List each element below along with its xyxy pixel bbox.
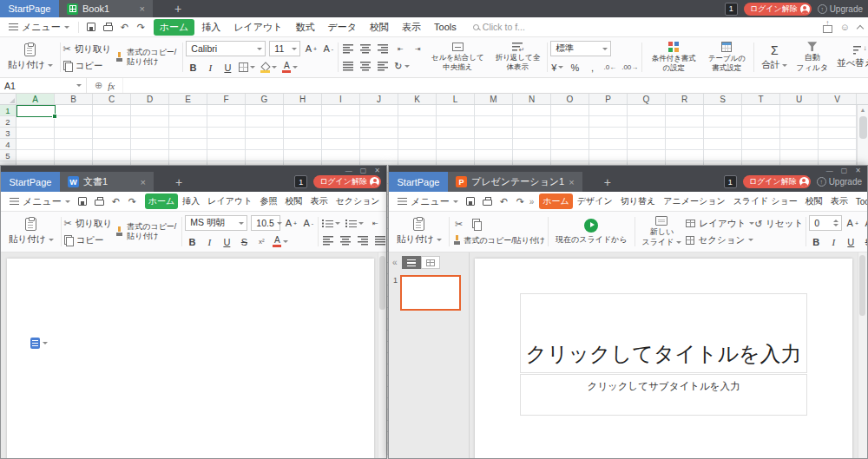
column-header-I[interactable]: I xyxy=(322,94,360,104)
fill-color-button[interactable] xyxy=(260,61,278,74)
decrease-font-button[interactable]: A- xyxy=(321,43,335,56)
ribbon-tab-挿入[interactable]: 挿入 xyxy=(179,193,203,209)
reset-button[interactable]: ↺ リセット xyxy=(754,218,803,230)
align-left-button[interactable] xyxy=(341,43,355,56)
paste-button[interactable]: 貼り付け xyxy=(4,213,58,251)
font-color-button[interactable]: A xyxy=(281,61,299,74)
italic-button[interactable]: I xyxy=(203,61,217,74)
align-right-button[interactable] xyxy=(376,43,390,56)
increase-font-button[interactable]: A+ xyxy=(284,217,298,230)
new-tab-button[interactable]: + xyxy=(165,0,191,17)
slide-thumbnail[interactable] xyxy=(400,275,461,311)
ribbon-tab-ホーム[interactable]: ホーム xyxy=(145,193,178,209)
close-tab-icon[interactable]: × xyxy=(141,177,146,187)
ribbon-tab-Tools[interactable]: Tools xyxy=(385,195,386,208)
save-button[interactable] xyxy=(76,194,90,209)
select-all-corner[interactable] xyxy=(0,94,16,104)
align-left-button[interactable] xyxy=(321,234,335,247)
vertical-scrollbar[interactable] xyxy=(858,252,867,458)
fx-label[interactable]: fx xyxy=(108,81,115,91)
main-menu-button[interactable]: メニュー xyxy=(394,195,462,208)
column-header-D[interactable]: D xyxy=(131,94,169,104)
undo-button[interactable]: ↶ xyxy=(496,194,511,209)
close-tab-icon[interactable]: × xyxy=(140,3,145,14)
ribbon-tab-数式[interactable]: 数式 xyxy=(290,19,321,36)
borders-button[interactable] xyxy=(238,61,256,74)
ribbon-tab-校閲[interactable]: 校閲 xyxy=(364,19,395,36)
account-badge[interactable]: 1 xyxy=(294,175,307,188)
column-header-C[interactable]: C xyxy=(93,94,131,104)
close-tab-icon[interactable]: × xyxy=(569,177,574,187)
sort-button[interactable]: 並べ替え xyxy=(832,38,868,76)
column-header-S[interactable]: S xyxy=(704,94,742,104)
ribbon-tab-データ[interactable]: データ xyxy=(322,19,364,36)
collapse-ribbon-icon[interactable] xyxy=(857,24,864,31)
number-format-select[interactable]: 標準 xyxy=(550,41,611,56)
tab-startpage[interactable]: StartPage xyxy=(389,172,448,192)
search-box[interactable]: Click to f... xyxy=(473,22,525,32)
ribbon-tab-レイアウト[interactable]: レイアウト xyxy=(227,19,288,36)
logout-button[interactable]: ログイン解除 xyxy=(313,175,381,188)
ribbon-tab-表示[interactable]: 表示 xyxy=(396,19,427,36)
align-center-button[interactable] xyxy=(358,43,372,56)
scrollbar-thumb[interactable] xyxy=(859,255,865,316)
spinner-icons[interactable] xyxy=(833,220,838,226)
new-tab-button[interactable]: + xyxy=(595,172,621,192)
column-header-O[interactable]: O xyxy=(551,94,589,104)
ribbon-tab-挿入[interactable]: 挿入 xyxy=(195,19,227,36)
align-center-button[interactable] xyxy=(339,234,352,247)
row-header-1[interactable]: 1 xyxy=(0,105,16,116)
tab-startpage[interactable]: StartPage xyxy=(0,0,59,17)
column-header-N[interactable]: N xyxy=(513,94,551,104)
orientation-button[interactable]: ↻ xyxy=(393,60,410,73)
underline-button[interactable]: U xyxy=(220,235,233,248)
ribbon-tab-表示[interactable]: 表示 xyxy=(827,193,852,209)
column-header-P[interactable]: P xyxy=(589,94,628,104)
ribbon-tab-校閲[interactable]: 校閲 xyxy=(802,193,826,209)
tab-startpage[interactable]: StartPage xyxy=(1,172,60,192)
paste-button[interactable]: 貼り付け xyxy=(392,213,446,251)
document-options-button[interactable] xyxy=(30,338,48,349)
print-button[interactable] xyxy=(101,20,115,35)
column-header-J[interactable]: J xyxy=(360,94,398,104)
tab-book1[interactable]: Book1 × xyxy=(59,0,153,17)
save-button[interactable] xyxy=(84,20,99,35)
justify-button[interactable] xyxy=(373,234,386,247)
increase-font-button[interactable]: A+ xyxy=(304,43,318,56)
ribbon-tab-レイアウト[interactable]: レイアウト xyxy=(204,193,255,209)
currency-button[interactable]: ¥ xyxy=(550,61,564,74)
slide[interactable]: クリックしてタイトルを入力 クリックしてサブタイトルを入力 xyxy=(475,259,852,458)
column-header-K[interactable]: K xyxy=(398,94,437,104)
insert-function-icon[interactable]: ⊕ xyxy=(95,81,102,90)
italic-button[interactable]: I xyxy=(202,235,216,248)
autofilter-button[interactable]: 自動フィルタ xyxy=(792,38,832,76)
strikethrough-button[interactable]: S xyxy=(861,235,867,248)
ribbon-tab-校閲[interactable]: 校閲 xyxy=(281,193,306,209)
upgrade-button[interactable]: ↑ Upgrade xyxy=(818,4,863,14)
column-header-T[interactable]: T xyxy=(742,94,780,104)
logout-button[interactable]: ログイン解除 xyxy=(744,3,812,16)
section-button[interactable]: セクション xyxy=(686,234,754,246)
row-header-4[interactable]: 4 xyxy=(0,139,16,150)
writer-page[interactable] xyxy=(7,259,374,458)
increase-indent-button[interactable]: ⇥ xyxy=(411,43,424,56)
undo-button[interactable]: ↶ xyxy=(117,20,132,35)
font-color-button[interactable]: A xyxy=(272,235,289,248)
main-menu-button[interactable]: メニュー xyxy=(6,195,74,208)
comma-style-button[interactable]: , xyxy=(585,61,599,74)
save-button[interactable] xyxy=(464,194,478,209)
bold-button[interactable]: B xyxy=(186,61,200,74)
collapse-panel-icon[interactable]: « xyxy=(392,259,398,267)
title-placeholder[interactable]: クリックしてタイトルを入力 xyxy=(520,293,807,373)
bold-button[interactable]: B xyxy=(185,235,199,248)
font-name-select[interactable]: MS 明朝 xyxy=(185,215,247,231)
formula-input[interactable] xyxy=(123,78,868,93)
scrollbar-thumb[interactable] xyxy=(379,256,385,310)
slide-view-button[interactable] xyxy=(421,256,440,269)
row-header-3[interactable]: 3 xyxy=(0,128,16,139)
bullet-list-button[interactable] xyxy=(321,217,341,230)
format-as-table-button[interactable]: テーブルの書式設定 xyxy=(702,38,751,76)
decrease-font-button[interactable]: A- xyxy=(863,217,867,230)
vertical-scrollbar[interactable] xyxy=(378,252,386,458)
sum-button[interactable]: Σ 合計 xyxy=(757,38,792,76)
